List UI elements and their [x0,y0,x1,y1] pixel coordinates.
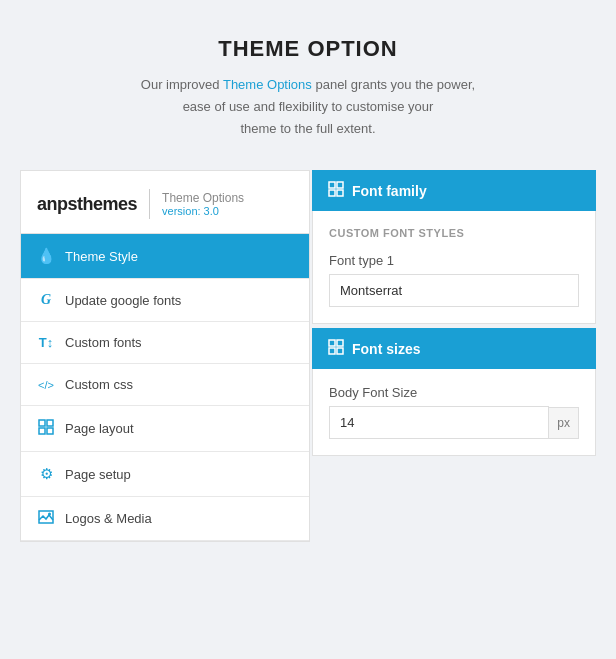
body-font-size-input[interactable] [329,406,549,439]
google-icon: G [37,292,55,308]
svg-rect-13 [337,348,343,354]
right-panel: Font family CUSTOM FONT STYLES Font type… [312,170,596,542]
code-icon: </> [37,379,55,391]
page-title: THEME OPTION [20,36,596,62]
font-type-input[interactable] [329,274,579,307]
font-sizes-label: Font sizes [352,341,420,357]
droplet-icon: 💧 [37,247,55,265]
sidebar-brand: anpsthemes Theme Options version: 3.0 [21,171,309,234]
brand-info: Theme Options version: 3.0 [162,191,244,217]
sidebar-item-label: Update google fonts [65,293,181,308]
sidebar: anpsthemes Theme Options version: 3.0 💧 … [20,170,310,542]
font-type-label: Font type 1 [329,253,579,268]
brand-divider [149,189,150,219]
body-font-size-label: Body Font Size [329,385,579,400]
svg-rect-1 [47,420,53,426]
desc-line2: ease of use and flexibility to customise… [183,99,434,114]
layout-icon [37,419,55,438]
brand-label: Theme Options [162,191,244,205]
gear-icon: ⚙ [37,465,55,483]
body-font-size-field: px [329,406,579,439]
font-sizes-icon [328,339,344,358]
font-family-bar: Font family [312,170,596,211]
header-section: THEME OPTION Our improved Theme Options … [0,0,616,170]
desc-before: Our improved [141,77,223,92]
font-family-content: CUSTOM FONT STYLES Font type 1 [312,211,596,324]
sidebar-item-label: Page setup [65,467,131,482]
font-family-icon [328,181,344,200]
sidebar-item-custom-fonts[interactable]: T↕ Custom fonts [21,322,309,364]
font-family-label: Font family [352,183,427,199]
svg-rect-6 [329,182,335,188]
svg-rect-0 [39,420,45,426]
sidebar-item-custom-css[interactable]: </> Custom css [21,364,309,406]
sidebar-item-theme-style[interactable]: 💧 Theme Style [21,234,309,279]
sidebar-item-label: Theme Style [65,249,138,264]
sidebar-item-page-layout[interactable]: Page layout [21,406,309,452]
sidebar-item-label: Custom fonts [65,335,142,350]
font-sizes-content: Body Font Size px [312,369,596,456]
theme-options-link[interactable]: Theme Options [223,77,312,92]
brand-name: anpsthemes [37,194,137,215]
font-sizes-bar: Font sizes [312,328,596,369]
desc-line3: theme to the full extent. [240,121,375,136]
svg-rect-12 [329,348,335,354]
svg-rect-2 [39,428,45,434]
sidebar-item-label: Custom css [65,377,133,392]
desc-after: panel grants you the power, [312,77,475,92]
brand-version: version: 3.0 [162,205,244,217]
image-icon [37,510,55,527]
sidebar-item-page-setup[interactable]: ⚙ Page setup [21,452,309,497]
main-content: anpsthemes Theme Options version: 3.0 💧 … [0,170,616,562]
svg-rect-10 [329,340,335,346]
sidebar-item-logos-media[interactable]: Logos & Media [21,497,309,541]
sidebar-item-update-google-fonts[interactable]: G Update google fonts [21,279,309,322]
svg-rect-11 [337,340,343,346]
type-icon: T↕ [37,335,55,350]
svg-rect-7 [337,182,343,188]
svg-rect-9 [337,190,343,196]
custom-font-styles-label: CUSTOM FONT STYLES [329,227,579,239]
svg-rect-3 [47,428,53,434]
header-description: Our improved Theme Options panel grants … [20,74,596,140]
body-font-size-unit: px [549,407,579,439]
svg-rect-8 [329,190,335,196]
svg-point-5 [48,513,51,516]
sidebar-item-label: Logos & Media [65,511,152,526]
sidebar-item-label: Page layout [65,421,134,436]
